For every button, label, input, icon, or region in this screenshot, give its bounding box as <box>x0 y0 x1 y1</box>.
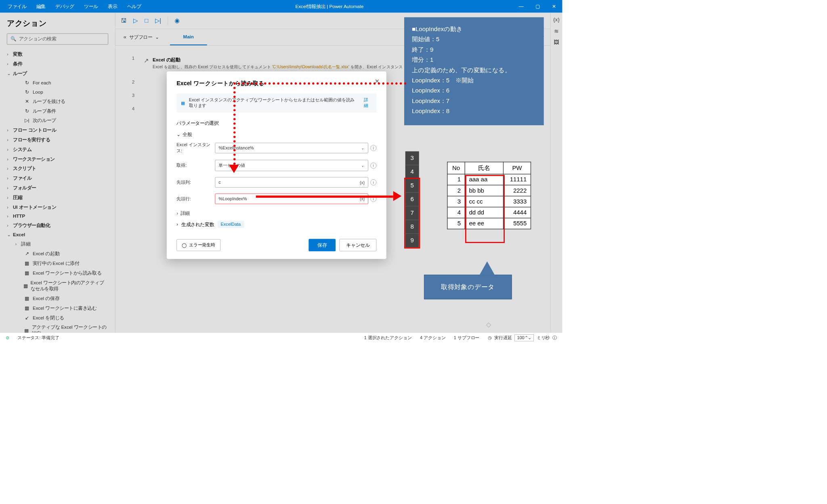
info-icon[interactable]: i <box>370 162 376 168</box>
annotation-data-table: No氏名PW1aaa aa111112bb bb22223cc cc33334d… <box>447 162 531 229</box>
statusbar: ⊘ ステータス: 準備完了 1 選択されたアクション 4 アクション 1 サブフ… <box>0 332 563 342</box>
status-ok-icon: ⊘ <box>6 335 9 340</box>
action-count: 4 アクション <box>420 335 445 340</box>
annotation-arrow-right <box>256 195 393 197</box>
menu-file[interactable]: ファイル <box>3 0 31 13</box>
chevron-down-icon: ⌄ <box>361 145 365 150</box>
window-title: Excel情報抽出 | Power Automate <box>146 3 513 10</box>
minimize-icon[interactable]: — <box>513 0 529 13</box>
annotation-dotted-line <box>233 82 235 165</box>
close-icon[interactable]: ✕ <box>546 0 563 13</box>
instance-label: Excel インスタンス: <box>176 142 215 154</box>
subflow-count: 1 サブフロー <box>454 335 479 340</box>
details-collapser[interactable]: ›詳細 <box>176 210 376 216</box>
generated-vars[interactable]: ›生成された変数ExcelData <box>176 221 376 228</box>
annotation-arrow-right-head <box>393 191 401 201</box>
variable-icon[interactable]: {x} <box>360 180 365 185</box>
annotation-loopindex: ■LoopIndexの動き開始値：5終了：9増分：1上の定義のため、下の変動にな… <box>404 17 544 125</box>
annotation-rows-highlight <box>404 178 420 248</box>
menu-debug[interactable]: デバッグ <box>50 0 79 13</box>
menu-bar: ファイル 編集 デバッグ ツール 表示 ヘルプ <box>0 0 146 13</box>
clock-icon: ◷ <box>488 335 492 340</box>
dialog-info: ▦ Excel インスタンスのアクティブなワークシートからセルまたはセル範囲の値… <box>176 93 376 113</box>
col-input[interactable]: c{x} <box>215 177 368 188</box>
on-error-button[interactable]: ◯エラー発生時 <box>176 239 220 251</box>
params-heading: パラメーターの選択 <box>176 120 376 127</box>
info-icon[interactable]: i <box>370 179 376 185</box>
status-text: ステータス: 準備完了 <box>17 335 59 340</box>
titlebar: ファイル 編集 デバッグ ツール 表示 ヘルプ Excel情報抽出 | Powe… <box>0 0 563 13</box>
chevron-down-icon: ⌄ <box>361 163 365 168</box>
annotation-callout: 取得対象のデータ <box>424 275 512 299</box>
info-icon[interactable]: i <box>370 145 376 151</box>
menu-edit[interactable]: 編集 <box>31 0 51 13</box>
chevron-right-icon: › <box>176 222 178 227</box>
maximize-icon[interactable]: ▢ <box>529 0 546 13</box>
cancel-button[interactable]: キャンセル <box>339 239 376 252</box>
window-controls: — ▢ ✕ <box>513 0 562 13</box>
col-label: 先頭列: <box>176 179 215 185</box>
chevron-right-icon: › <box>176 210 178 216</box>
run-delay: ◷ 実行遅延 100⌃⌄ ミリ秒 ⓘ <box>488 334 557 341</box>
read-worksheet-dialog: Excel ワークシートから読み取る ✕ ▦ Excel インスタンスのアクティ… <box>167 71 386 259</box>
mode-label: 取得: <box>176 163 215 168</box>
annotation-arrow-down <box>229 165 239 173</box>
warning-icon: ◯ <box>182 242 187 248</box>
menu-view[interactable]: 表示 <box>103 0 122 13</box>
info-icon[interactable]: ⓘ <box>552 335 557 340</box>
delay-stepper[interactable]: 100⌃⌄ <box>514 334 534 341</box>
menu-tools[interactable]: ツール <box>79 0 103 13</box>
annotation-dotted-line <box>233 82 406 84</box>
row-label: 先頭行: <box>176 196 215 202</box>
excel-icon: ▦ <box>181 101 185 106</box>
chevron-down-icon: ⌄ <box>176 132 181 137</box>
instance-select[interactable]: %ExcelInstance%⌄ <box>215 143 368 153</box>
menu-help[interactable]: ヘルプ <box>122 0 146 13</box>
var-chip[interactable]: ExcelData <box>217 221 244 228</box>
general-collapser[interactable]: ⌄全般 <box>176 132 376 138</box>
dialog-info-text: Excel インスタンスのアクティブなワークシートからセルまたはセル範囲の値を読… <box>189 97 359 109</box>
selected-count: 1 選択されたアクション <box>364 335 412 340</box>
details-link[interactable]: 詳細 <box>364 97 372 109</box>
save-button[interactable]: 保存 <box>309 239 336 252</box>
drop-indicator-icon: ◇ <box>486 321 491 328</box>
